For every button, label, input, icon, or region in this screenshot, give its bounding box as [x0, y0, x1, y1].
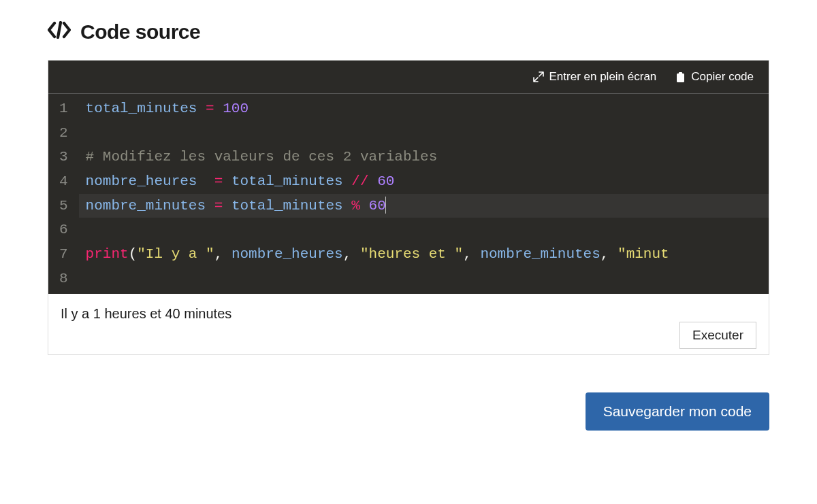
clipboard-icon — [675, 71, 686, 83]
code-line[interactable] — [79, 267, 769, 291]
code-line[interactable]: nombre_minutes = total_minutes % 60 — [79, 194, 769, 218]
line-number: 3 — [59, 145, 72, 169]
output-text: Il y a 1 heures et 40 minutes — [61, 306, 756, 322]
code-line[interactable]: total_minutes = 100 — [79, 97, 769, 121]
code-icon — [48, 20, 71, 44]
svg-rect-1 — [677, 73, 684, 82]
execute-button[interactable]: Executer — [679, 322, 756, 349]
code-line[interactable]: print("Il y a ", nombre_heures, "heures … — [79, 242, 769, 267]
line-number: 7 — [59, 242, 72, 267]
copy-code-button[interactable]: Copier code — [675, 70, 754, 84]
save-code-button[interactable]: Sauvegarder mon code — [586, 392, 769, 431]
line-number: 8 — [59, 267, 72, 291]
section-header: Code source — [48, 20, 769, 44]
line-number: 4 — [59, 169, 72, 194]
svg-rect-2 — [679, 72, 682, 74]
page-title: Code source — [80, 20, 200, 44]
code-editor-panel: Entrer en plein écran Copier code 123456… — [48, 60, 769, 355]
expand-icon — [533, 71, 544, 82]
save-row: Sauvegarder mon code — [48, 392, 769, 431]
code-line[interactable]: # Modifiez les valeurs de ces 2 variable… — [79, 145, 769, 169]
text-cursor — [385, 197, 386, 214]
code-line[interactable] — [79, 218, 769, 242]
fullscreen-button[interactable]: Entrer en plein écran — [533, 70, 657, 84]
line-number: 1 — [59, 97, 72, 121]
line-number: 6 — [59, 218, 72, 242]
code-line[interactable]: nombre_heures = total_minutes // 60 — [79, 169, 769, 194]
editor-toolbar: Entrer en plein écran Copier code — [48, 61, 769, 94]
line-number-gutter: 12345678 — [48, 94, 79, 294]
code-line[interactable] — [79, 121, 769, 146]
line-number: 2 — [59, 121, 72, 146]
fullscreen-label: Entrer en plein écran — [549, 70, 657, 84]
output-area: Il y a 1 heures et 40 minutes Executer — [48, 294, 769, 354]
line-number: 5 — [59, 194, 72, 218]
code-editor[interactable]: 12345678 total_minutes = 100 # Modifiez … — [48, 94, 769, 294]
copy-label: Copier code — [691, 70, 754, 84]
svg-line-0 — [58, 22, 61, 37]
code-body[interactable]: total_minutes = 100 # Modifiez les valeu… — [79, 94, 769, 294]
